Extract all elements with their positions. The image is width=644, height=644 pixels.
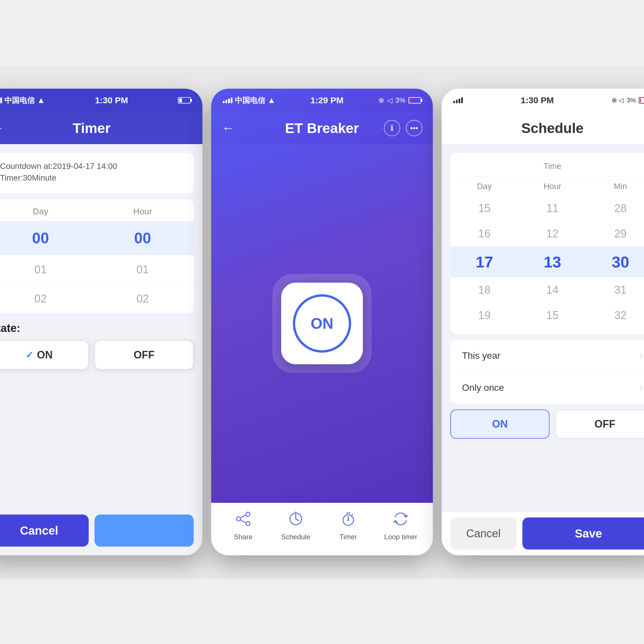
timer-screen: 中国电信 ▲ 1:30 PM ← Timer Countdown at:2019… bbox=[0, 89, 202, 555]
info-icon: ℹ bbox=[391, 124, 393, 133]
location-icon-3: ⊕ ◁ bbox=[612, 97, 624, 104]
svg-line-7 bbox=[296, 519, 299, 521]
picker-row-0[interactable]: 00 00 bbox=[0, 221, 194, 255]
time-hour-4: 15 bbox=[518, 303, 586, 328]
schedule-off-button[interactable]: OFF bbox=[555, 409, 644, 439]
breaker-content: ON bbox=[211, 144, 433, 503]
tab-timer[interactable]: Timer bbox=[322, 511, 375, 541]
schedule-icon bbox=[288, 511, 303, 530]
schedule-label: Schedule bbox=[281, 533, 310, 541]
off-state-button[interactable]: OFF bbox=[95, 340, 194, 370]
on-button-container[interactable]: ON bbox=[272, 274, 372, 373]
header-2: ← ET Breaker ℹ ••• bbox=[211, 112, 433, 144]
info-button[interactable]: ℹ bbox=[384, 120, 400, 136]
schedule-state-section: ON OFF bbox=[442, 404, 644, 445]
picker-day-1: 01 bbox=[0, 255, 92, 284]
more-button[interactable]: ••• bbox=[406, 120, 422, 136]
svg-point-14 bbox=[347, 519, 349, 521]
share-icon bbox=[236, 511, 251, 530]
time-row-2[interactable]: 17 13 30 bbox=[450, 246, 644, 277]
time-min-4: 32 bbox=[587, 303, 644, 328]
picker-row-2[interactable]: 02 02 bbox=[0, 284, 194, 313]
time-day-header: Day bbox=[450, 182, 518, 191]
time-hour-1: 12 bbox=[518, 221, 586, 246]
back-button-1[interactable]: ← bbox=[0, 121, 4, 135]
hour-col-header: Hour bbox=[92, 199, 194, 221]
title-2: ET Breaker bbox=[285, 120, 359, 136]
timer-col-headers: Day Hour bbox=[0, 199, 194, 221]
picker-day-2: 02 bbox=[0, 284, 92, 313]
time-3: 1:30 PM bbox=[521, 95, 554, 105]
chevron-right-icon-2: › bbox=[640, 383, 643, 393]
cancel-button[interactable]: Cancel bbox=[0, 515, 89, 547]
countdown-label: Countdown at:2019-04-17 14:00 bbox=[0, 162, 183, 171]
signal-icon bbox=[0, 97, 2, 103]
timer-picker[interactable]: 00 00 01 01 02 02 bbox=[0, 221, 194, 313]
title-3: Schedule bbox=[521, 120, 583, 136]
wifi-icon-2: ▲ bbox=[267, 96, 276, 105]
tab-schedule[interactable]: Schedule bbox=[269, 511, 322, 541]
time-min-1: 29 bbox=[587, 221, 644, 246]
on-circle: ON bbox=[293, 294, 351, 353]
this-year-value: › bbox=[640, 351, 643, 361]
back-button-2[interactable]: ← bbox=[222, 121, 235, 135]
timer-label: Timer bbox=[339, 533, 357, 541]
time-row-0[interactable]: 15 11 28 bbox=[450, 196, 644, 221]
state-label: State: bbox=[0, 322, 194, 335]
time-row-3[interactable]: 18 14 31 bbox=[450, 277, 644, 303]
only-once-label: Only once bbox=[462, 382, 504, 393]
status-bar-3: 1:30 PM ⊕ ◁ 3% bbox=[442, 89, 644, 112]
status-bar-2: 中国电信 ▲ 1:29 PM ⊕ ◁ 3% bbox=[211, 89, 433, 112]
only-once-value: › bbox=[640, 383, 643, 393]
battery-2 bbox=[408, 97, 421, 104]
time-2: 1:29 PM bbox=[310, 95, 343, 105]
status-left-2: 中国电信 ▲ bbox=[223, 95, 276, 106]
header-actions-2: ℹ ••• bbox=[384, 120, 422, 136]
more-icon: ••• bbox=[410, 124, 418, 133]
repeat-section: This year › Only once › bbox=[450, 340, 644, 404]
loop-icon bbox=[393, 511, 408, 530]
on-label: ON bbox=[37, 349, 53, 361]
svg-line-3 bbox=[241, 515, 246, 518]
time-hour-2: 13 bbox=[518, 246, 586, 277]
time-1: 1:30 PM bbox=[95, 95, 128, 105]
on-state-button[interactable]: ✓ ON bbox=[0, 340, 89, 370]
status-right-1 bbox=[178, 97, 191, 104]
time-min-0: 28 bbox=[587, 196, 644, 221]
schedule-screen: 1:30 PM ⊕ ◁ 3% Schedule Time Day Hour Mi… bbox=[442, 89, 644, 555]
tab-share[interactable]: Share bbox=[217, 511, 269, 541]
share-label: Share bbox=[234, 533, 253, 541]
svg-point-2 bbox=[246, 521, 250, 526]
time-day-2: 17 bbox=[450, 246, 518, 277]
time-hour-header: Hour bbox=[518, 182, 586, 191]
on-check-icon: ✓ bbox=[26, 349, 34, 361]
carrier-1: 中国电信 bbox=[4, 95, 35, 106]
carrier-2: 中国电信 bbox=[235, 95, 265, 106]
schedule-save-button[interactable]: Save bbox=[522, 517, 644, 549]
time-row-4[interactable]: 19 15 32 bbox=[450, 303, 644, 328]
schedule-on-button[interactable]: ON bbox=[450, 409, 549, 439]
schedule-cancel-button[interactable]: Cancel bbox=[450, 517, 517, 549]
confirm-button[interactable] bbox=[95, 515, 194, 547]
time-day-4: 19 bbox=[450, 303, 518, 328]
tab-loop[interactable]: Loop timer bbox=[375, 511, 427, 541]
state-buttons: ✓ ON OFF bbox=[0, 340, 194, 370]
breaker-screen: 中国电信 ▲ 1:29 PM ⊕ ◁ 3% ← ET Breaker ℹ ••• bbox=[211, 89, 433, 555]
status-left-1: 中国电信 ▲ bbox=[0, 95, 45, 106]
signal-icon-3 bbox=[453, 97, 463, 103]
time-min-header: Min bbox=[587, 182, 644, 191]
only-once-row[interactable]: Only once › bbox=[450, 372, 644, 404]
svg-line-4 bbox=[241, 520, 246, 523]
picker-row-1[interactable]: 01 01 bbox=[0, 255, 194, 284]
time-picker-rows[interactable]: 15 11 28 16 12 29 17 13 30 bbox=[450, 196, 644, 328]
time-section-label: Time bbox=[450, 159, 644, 177]
this-year-row[interactable]: This year › bbox=[450, 340, 644, 372]
on-button-inner: ON bbox=[281, 283, 363, 364]
time-min-3: 31 bbox=[587, 277, 644, 303]
time-day-3: 18 bbox=[450, 277, 518, 303]
battery-1 bbox=[178, 97, 191, 104]
header-1: ← Timer bbox=[0, 112, 202, 144]
battery-3 bbox=[639, 97, 644, 104]
picker-hour-2: 02 bbox=[92, 284, 194, 313]
time-row-1[interactable]: 16 12 29 bbox=[450, 221, 644, 246]
